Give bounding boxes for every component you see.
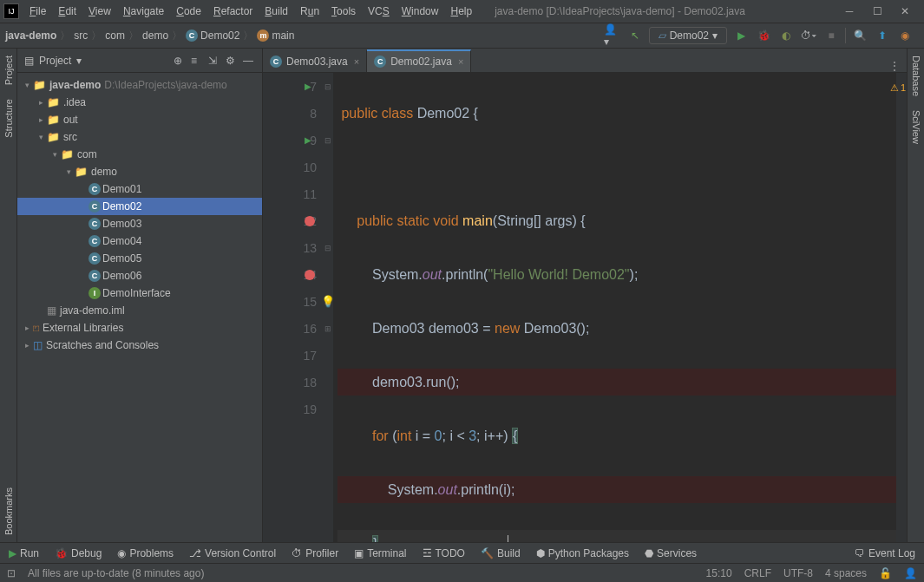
tree-root[interactable]: ▾📁java-demoD:\IdeaProjects\java-demo: [17, 76, 262, 94]
inspection-badge[interactable]: ⚠1 ˄ ˅: [890, 76, 907, 99]
tree-file-demo02[interactable]: CDemo02: [17, 198, 262, 215]
status-hector-icon[interactable]: 👤: [904, 567, 917, 579]
select-opened-icon[interactable]: ⊕: [174, 55, 186, 67]
fold-gutter[interactable]: ⊟⊟⊟💡⊞⊞: [322, 73, 334, 542]
tool-eventlog[interactable]: 🗨Event Log: [855, 547, 915, 559]
minimize-button[interactable]: ─: [837, 3, 862, 20]
tree-scratches[interactable]: ▸◫Scratches and Consoles: [17, 337, 262, 354]
menu-file[interactable]: File: [24, 3, 51, 19]
run-config-selector[interactable]: ▱ Demo02 ▾: [649, 27, 727, 44]
stop-button[interactable]: ■: [822, 27, 840, 44]
class-icon: C: [88, 235, 101, 247]
status-toggle-icon[interactable]: ⊡: [7, 567, 16, 579]
status-indent[interactable]: 4 spaces: [825, 567, 867, 579]
breakpoint-icon[interactable]: [305, 270, 315, 280]
menu-code[interactable]: Code: [171, 3, 206, 19]
status-line-sep[interactable]: CRLF: [744, 567, 771, 579]
code-text[interactable]: public class Demo02 { public static void…: [334, 73, 896, 542]
tool-problems[interactable]: ◉Problems: [117, 547, 174, 559]
close-icon[interactable]: ×: [354, 56, 359, 67]
crumb-class[interactable]: CDemo02: [186, 29, 239, 42]
tab-project-tool[interactable]: Project: [2, 49, 16, 92]
menu-edit[interactable]: Edit: [53, 3, 82, 19]
tree-file-demo01[interactable]: CDemo01: [17, 180, 262, 198]
tool-python[interactable]: ⬢Python Packages: [536, 547, 629, 559]
expand-all-icon[interactable]: ≡: [191, 55, 203, 67]
menu-navigate[interactable]: Navigate: [118, 3, 169, 19]
project-panel: ▤ Project ▾ ⊕ ≡ ⇲ ⚙ — ▾📁java-demoD:\Idea…: [17, 49, 263, 542]
tree-file-demointerface[interactable]: IDemoInterface: [17, 284, 262, 302]
menu-refactor[interactable]: Refactor: [208, 3, 258, 19]
tree-file-demo06[interactable]: CDemo06: [17, 267, 262, 284]
class-icon: C: [88, 183, 101, 195]
tool-build[interactable]: 🔨Build: [481, 547, 521, 559]
search-button[interactable]: 🔍: [851, 27, 868, 44]
profile-button[interactable]: ⏱▾: [800, 27, 817, 44]
crumb-com[interactable]: com: [105, 29, 125, 42]
tree-idea[interactable]: ▸📁.idea: [17, 94, 262, 111]
intention-bulb-icon[interactable]: 💡: [321, 295, 335, 308]
close-icon[interactable]: ×: [458, 56, 463, 67]
run-icon: ▶: [9, 547, 16, 559]
left-tool-strip: Project Structure Bookmarks: [0, 49, 17, 542]
tab-demo03[interactable]: CDemo03.java×: [263, 49, 367, 72]
tree-demo[interactable]: ▾📁demo: [17, 163, 262, 180]
editor-marks-strip[interactable]: ⚠1 ˄ ˅: [896, 73, 907, 542]
tab-structure-tool[interactable]: Structure: [2, 92, 16, 145]
run-button[interactable]: ▶: [732, 27, 750, 44]
maximize-button[interactable]: ☐: [865, 3, 889, 20]
menu-vcs[interactable]: VCS: [363, 3, 395, 19]
tool-services[interactable]: ⬣Services: [645, 547, 697, 559]
tool-vcs[interactable]: ⎇Version Control: [189, 547, 276, 559]
tab-bookmarks-tool[interactable]: Bookmarks: [2, 481, 16, 542]
class-icon: C: [88, 218, 101, 230]
menu-window[interactable]: Window: [396, 3, 444, 19]
tool-todo[interactable]: ☲TODO: [423, 547, 465, 559]
tab-database-tool[interactable]: Database: [909, 49, 923, 103]
crumb-demo[interactable]: demo: [142, 29, 168, 42]
user-icon[interactable]: 👤▾: [604, 27, 621, 44]
tool-profiler[interactable]: ⏱Profiler: [292, 547, 338, 559]
status-caret-pos[interactable]: 15:10: [706, 567, 732, 579]
tool-debug[interactable]: 🐞Debug: [55, 547, 102, 559]
run-gutter-icon[interactable]: ▶: [305, 82, 311, 91]
tree-iml[interactable]: ▦java-demo.iml: [17, 302, 262, 319]
tool-run[interactable]: ▶Run: [9, 547, 39, 559]
crumb-method[interactable]: mmain: [257, 29, 294, 42]
menu-tools[interactable]: Tools: [326, 3, 361, 19]
sync-button[interactable]: ⬆: [874, 27, 891, 44]
menu-help[interactable]: Help: [445, 3, 477, 19]
status-encoding[interactable]: UTF-8: [783, 567, 813, 579]
crumb-src[interactable]: src: [74, 29, 88, 42]
settings-icon[interactable]: ⚙: [226, 55, 238, 67]
debug-button[interactable]: 🐞: [755, 27, 772, 44]
editor-body[interactable]: 7▶ 8 9▶ 10 11 12 13 14 15 16 17 18 19 ⊟⊟…: [263, 73, 907, 542]
project-panel-title[interactable]: Project: [39, 55, 71, 67]
tree-src[interactable]: ▾📁src: [17, 128, 262, 146]
menu-build[interactable]: Build: [259, 3, 293, 19]
tree-file-demo04[interactable]: CDemo04: [17, 232, 262, 250]
menu-run[interactable]: Run: [295, 3, 324, 19]
tree-com[interactable]: ▾📁com: [17, 146, 262, 163]
line-number-gutter[interactable]: 7▶ 8 9▶ 10 11 12 13 14 15 16 17 18 19: [263, 73, 322, 542]
collapse-all-icon[interactable]: ⇲: [208, 55, 220, 67]
breakpoint-icon[interactable]: [305, 216, 315, 226]
tree-file-demo05[interactable]: CDemo05: [17, 250, 262, 267]
tab-sciview-tool[interactable]: SciView: [909, 103, 923, 151]
chevron-down-icon[interactable]: ▾: [76, 55, 82, 67]
tree-external-libs[interactable]: ▸⏍External Libraries: [17, 319, 262, 337]
build-arrow-icon[interactable]: ↖: [626, 27, 644, 44]
crumb-project[interactable]: java-demo: [5, 29, 56, 42]
tree-out[interactable]: ▸📁out: [17, 111, 262, 128]
tab-more-icon[interactable]: ⋮: [882, 60, 907, 72]
tool-terminal[interactable]: ▣Terminal: [354, 547, 406, 559]
menu-view[interactable]: View: [83, 3, 116, 19]
status-readonly-icon[interactable]: 🔓: [879, 567, 892, 579]
close-button[interactable]: ✕: [893, 3, 917, 20]
tree-file-demo03[interactable]: CDemo03: [17, 215, 262, 232]
run-gutter-icon[interactable]: ▶: [305, 135, 311, 145]
coverage-button[interactable]: ◐: [777, 27, 795, 44]
tab-demo02[interactable]: CDemo02.java×: [367, 49, 471, 72]
ide-button[interactable]: ◉: [896, 27, 914, 44]
hide-panel-icon[interactable]: —: [243, 55, 255, 67]
